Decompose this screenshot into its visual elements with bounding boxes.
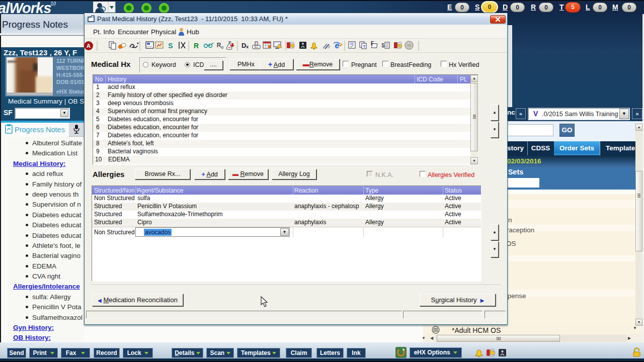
svg-text:R: R: [194, 42, 199, 50]
svg-text:T: T: [363, 44, 366, 49]
svg-text:05: 05: [407, 44, 411, 47]
svg-text:S: S: [168, 42, 173, 50]
svg-text:e: e: [221, 45, 223, 50]
svg-text:Rx: Rx: [255, 46, 258, 49]
svg-text:R: R: [217, 42, 221, 49]
svg-text:$: $: [381, 43, 384, 48]
svg-text:Dₓ: Dₓ: [242, 42, 249, 49]
svg-text:A: A: [87, 43, 91, 49]
